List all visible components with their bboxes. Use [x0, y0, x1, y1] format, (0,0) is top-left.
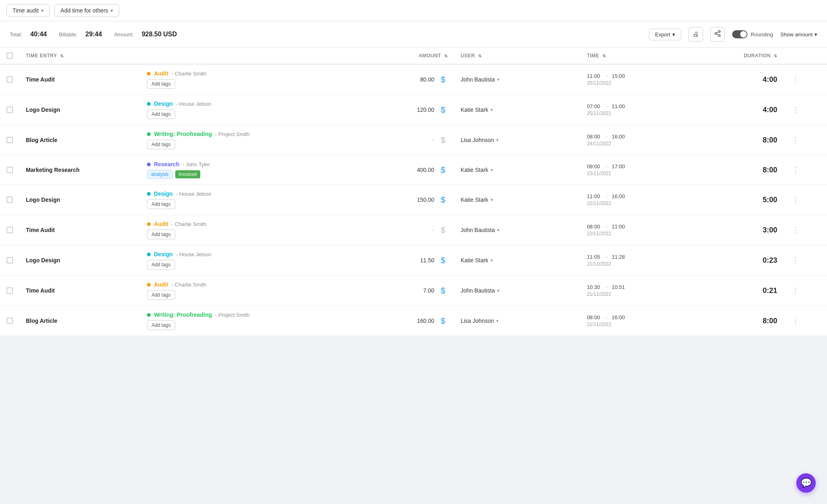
user-dropdown-icon[interactable]: ▾	[496, 318, 499, 324]
more-cell: ⋮	[784, 185, 827, 215]
row-checkbox[interactable]	[6, 167, 13, 173]
export-button[interactable]: Export ▾	[649, 29, 681, 40]
more-options-button[interactable]: ⋮	[790, 254, 801, 266]
user-cell: Katie Stark ▾	[454, 155, 581, 185]
time-start: 11:00	[587, 73, 600, 79]
select-all-header[interactable]	[0, 48, 19, 64]
add-tags-button[interactable]: Add tags	[147, 109, 175, 119]
add-tags-button[interactable]: Add tags	[147, 199, 175, 209]
user-dropdown-icon[interactable]: ▾	[491, 107, 493, 113]
entry-name: Time Audit	[26, 287, 55, 294]
user-dropdown-icon[interactable]: ▾	[491, 167, 493, 173]
time-end: 11:28	[612, 254, 625, 260]
more-cell: ⋮	[784, 95, 827, 125]
add-time-label: Add time for others	[61, 7, 108, 14]
share-button[interactable]	[710, 27, 725, 42]
amount-value: 928.50 USD	[142, 31, 177, 38]
time-separator: →	[603, 284, 609, 290]
duration-cell: 8:00	[699, 125, 784, 155]
more-options-button[interactable]: ⋮	[790, 164, 801, 176]
time-end: 10:51	[612, 284, 625, 290]
add-tags-button[interactable]: Add tags	[147, 290, 175, 300]
project-dot	[147, 132, 151, 136]
row-checkbox[interactable]	[6, 287, 13, 294]
user-cell: John Bautista ▾	[454, 64, 581, 95]
more-options-button[interactable]: ⋮	[790, 194, 801, 206]
more-cell: ⋮	[784, 155, 827, 185]
add-time-button[interactable]: Add time for others ▾	[55, 4, 119, 17]
entry-name: Time Audit	[26, 227, 55, 233]
print-button[interactable]: 🖨	[688, 27, 703, 42]
duration-cell: 8:00	[699, 155, 784, 185]
export-label: Export	[655, 31, 670, 38]
project-tags-cell: Audit - Charlie Smith Add tags	[141, 215, 351, 245]
time-separator: →	[603, 314, 609, 320]
user-sort-icon[interactable]: ⇅	[478, 54, 482, 58]
row-checkbox-cell	[0, 306, 19, 336]
user-dropdown-icon[interactable]: ▾	[497, 288, 500, 293]
time-date: 24/11/2022	[587, 141, 693, 146]
total-label: Total:	[10, 31, 22, 38]
time-audit-button[interactable]: Time audit ▾	[6, 4, 50, 17]
amount-sort-icon[interactable]: ⇅	[444, 54, 448, 58]
user-dropdown-icon[interactable]: ▾	[497, 228, 500, 233]
duration-cell: 4:00	[699, 95, 784, 125]
project-client: - Charlie Smith	[172, 282, 206, 288]
time-end: 16:00	[612, 314, 625, 320]
more-options-button[interactable]: ⋮	[790, 134, 801, 146]
time-entry-sort-icon[interactable]: ⇅	[60, 54, 64, 58]
time-sort-icon[interactable]: ⇅	[602, 54, 606, 58]
rounding-toggle[interactable]	[732, 30, 747, 38]
row-checkbox-cell	[0, 185, 19, 215]
show-amount-button[interactable]: Show amount ▾	[781, 31, 818, 38]
duration-value: 0:21	[706, 287, 777, 295]
row-checkbox[interactable]	[6, 76, 13, 83]
user-dropdown-icon[interactable]: ▾	[491, 258, 493, 263]
amount-cell: 7.00 $	[351, 276, 454, 306]
more-options-button[interactable]: ⋮	[790, 73, 801, 86]
more-options-button[interactable]: ⋮	[790, 315, 801, 327]
user-dropdown-icon[interactable]: ▾	[497, 77, 500, 82]
row-checkbox[interactable]	[6, 137, 13, 143]
add-time-chevron-icon: ▾	[111, 8, 113, 13]
select-all-checkbox[interactable]	[6, 52, 13, 59]
add-tags-button[interactable]: Add tags	[147, 79, 175, 89]
add-tags-button[interactable]: Add tags	[147, 320, 175, 330]
add-tags-button[interactable]: Add tags	[147, 230, 175, 239]
project-dot	[147, 72, 151, 75]
row-checkbox-cell	[0, 215, 19, 245]
project-tags-cell: Writing: Proofreading - Project Smith Ad…	[141, 125, 351, 155]
row-checkbox[interactable]	[6, 107, 13, 113]
add-tags-button[interactable]: Add tags	[147, 140, 175, 149]
time-start: 09:00	[587, 163, 600, 169]
row-checkbox[interactable]	[6, 257, 13, 264]
duration-value: 5:00	[706, 196, 777, 204]
entry-name-cell: Logo Design	[19, 245, 141, 276]
add-tags-button[interactable]: Add tags	[147, 260, 175, 270]
billable-icon: $	[439, 165, 448, 175]
entry-name: Logo Design	[26, 257, 60, 264]
amount-value: 7.00	[423, 287, 434, 294]
more-options-button[interactable]: ⋮	[790, 284, 801, 297]
time-date: 21/11/2022	[587, 291, 693, 297]
entry-name-cell: Logo Design	[19, 185, 141, 215]
row-checkbox[interactable]	[6, 318, 13, 324]
row-checkbox[interactable]	[6, 197, 13, 203]
user-dropdown-icon[interactable]: ▾	[496, 138, 499, 143]
amount-cell: - $	[351, 125, 454, 155]
amount-cell: 160.00 $	[351, 306, 454, 336]
duration-sort-icon[interactable]: ⇅	[774, 54, 777, 58]
project-tags-cell: Design - House Jetson Add tags	[141, 245, 351, 276]
project-name: Design	[154, 190, 173, 197]
user-name: Katie Stark	[461, 197, 488, 203]
more-options-button[interactable]: ⋮	[790, 104, 801, 116]
time-end: 17:00	[612, 163, 625, 169]
project-tags-cell: Writing: Proofreading - Project Smith Ad…	[141, 306, 351, 336]
row-checkbox[interactable]	[6, 227, 13, 233]
project-name: Writing: Proofreading	[154, 131, 212, 137]
user-dropdown-icon[interactable]: ▾	[491, 197, 493, 203]
time-cell: 09:00 → 17:00 23/11/2022	[580, 155, 699, 185]
table-row: Blog Article Writing: Proofreading - Pro…	[0, 125, 827, 155]
project-dot	[147, 163, 151, 166]
more-options-button[interactable]: ⋮	[790, 224, 801, 236]
